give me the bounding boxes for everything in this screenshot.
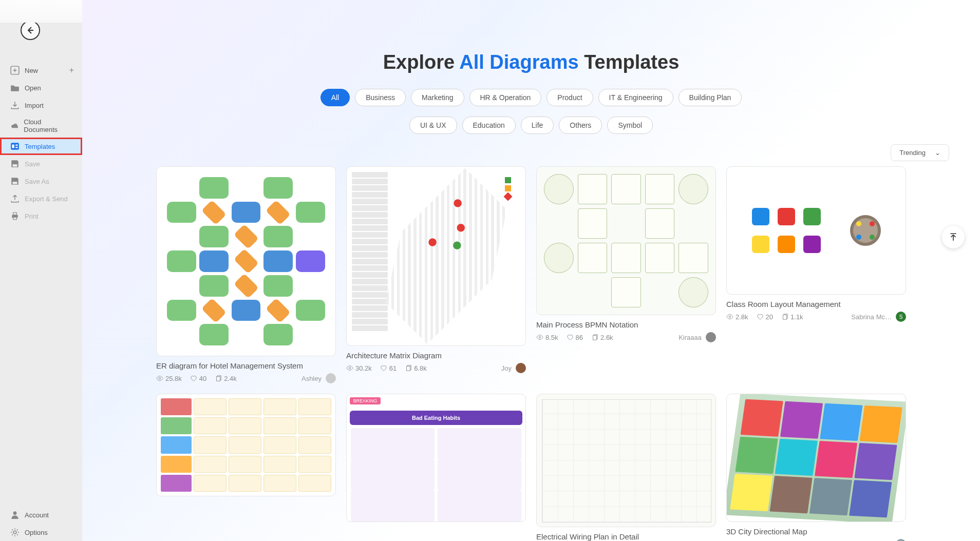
svg-point-26: [539, 336, 541, 338]
category-it[interactable]: IT & Engineering: [598, 89, 673, 106]
category-business[interactable]: Business: [355, 89, 406, 106]
category-building[interactable]: Building Plan: [679, 89, 742, 106]
sidebar-item-label: Templates: [25, 143, 55, 150]
card-thumbnail: [346, 166, 526, 346]
card-title: Main Process BPMN Notation: [536, 320, 716, 329]
svg-rect-8: [13, 212, 17, 215]
scroll-to-top-button[interactable]: [942, 226, 965, 248]
svg-point-28: [729, 316, 731, 318]
breaking-badge: BREAKING: [350, 397, 381, 404]
category-all[interactable]: All: [321, 89, 350, 106]
card-thumbnail: BREAKING Bad Eating Habits: [346, 394, 526, 522]
svg-rect-4: [15, 147, 18, 148]
template-card[interactable]: Main Process BPMN Notation 8.5k 86 2.6k …: [536, 166, 716, 383]
template-card[interactable]: Architecture Matrix Diagram 30.2k 61 6.8…: [346, 166, 526, 383]
sidebar-item-account[interactable]: Account: [0, 506, 82, 524]
svg-rect-6: [13, 182, 17, 184]
category-symbol[interactable]: Symbol: [607, 117, 653, 134]
card-meta: 3.7k 40 2.0k PEÑARAND…: [726, 539, 906, 541]
sidebar-item-save: Save: [0, 155, 82, 172]
arrow-up-icon: [949, 233, 958, 242]
svg-point-24: [349, 367, 351, 369]
card-meta: 8.5k 86 2.6k Kiraaaa: [536, 332, 716, 342]
plus-square-icon: [10, 66, 20, 75]
card-title: Architecture Matrix Diagram: [346, 351, 526, 360]
sidebar-item-label: Save As: [25, 178, 49, 185]
save-as-icon: [10, 177, 20, 186]
sidebar-item-export: Export & Send: [0, 190, 82, 207]
card-title: Class Room Layout Management: [726, 300, 906, 308]
card-title: Electrical Wiring Plan in Detail: [536, 532, 716, 541]
save-icon: [10, 159, 20, 168]
chevron-down-icon: ⌄: [935, 149, 940, 157]
svg-rect-3: [15, 145, 18, 146]
likes-stat: 40: [190, 375, 206, 382]
template-card[interactable]: 3D City Directional Map 3.7k 40 2.0k PEÑ…: [726, 394, 906, 541]
folder-icon: [10, 83, 20, 92]
back-button[interactable]: [21, 21, 40, 40]
card-thumbnail: [726, 166, 906, 295]
sidebar-item-new[interactable]: New +: [0, 62, 82, 79]
category-product[interactable]: Product: [546, 89, 593, 106]
card-thumbnail: [536, 166, 716, 315]
sidebar-item-label: Options: [25, 529, 48, 536]
author-avatar: [326, 373, 336, 383]
sidebar-item-saveas: Save As: [0, 172, 82, 190]
category-marketing[interactable]: Marketing: [411, 89, 464, 106]
template-card[interactable]: Electrical Wiring Plan in Detail 6.4k 57…: [536, 394, 716, 541]
svg-rect-27: [593, 336, 597, 340]
template-icon: [10, 142, 20, 151]
gear-icon: [10, 528, 20, 537]
template-card[interactable]: BREAKING Bad Eating Habits: [346, 394, 526, 541]
category-others[interactable]: Others: [559, 117, 602, 134]
category-tabs: All Business Marketing HR & Operation Pr…: [82, 89, 980, 106]
sort-label: Trending: [899, 149, 926, 157]
import-icon: [10, 101, 20, 110]
sidebar-item-label: Export & Send: [25, 195, 68, 203]
sidebar-item-cloud[interactable]: Cloud Documents: [0, 114, 82, 138]
sidebar-item-label: Account: [25, 511, 49, 519]
card-title: ER diagram for Hotel Management System: [156, 361, 336, 370]
account-icon: [10, 510, 20, 519]
add-icon[interactable]: +: [69, 66, 74, 75]
card-title: 3D City Directional Map: [726, 527, 906, 536]
category-uiux[interactable]: UI & UX: [409, 117, 457, 134]
sidebar: New + Open Import Cloud Documents Templa…: [0, 0, 82, 541]
sort-dropdown[interactable]: Trending ⌄: [891, 144, 949, 161]
sidebar-item-options[interactable]: Options: [0, 524, 82, 541]
sidebar-item-label: Cloud Documents: [24, 118, 72, 133]
card-meta: 2.8k 20 1.1k Sabrina Mc…S: [726, 312, 906, 322]
sidebar-item-templates[interactable]: Templates: [0, 138, 82, 155]
card-meta: 30.2k 61 6.8k Joy: [346, 363, 526, 373]
category-hr[interactable]: HR & Operation: [469, 89, 542, 106]
sidebar-item-import[interactable]: Import: [0, 96, 82, 114]
svg-rect-29: [783, 315, 787, 320]
views-stat: 25.8k: [156, 375, 182, 382]
svg-rect-23: [217, 377, 220, 381]
template-card[interactable]: [156, 394, 336, 541]
card-thumbnail: [156, 394, 336, 496]
category-education[interactable]: Education: [462, 117, 516, 134]
export-icon: [10, 194, 20, 203]
svg-point-11: [13, 531, 16, 534]
svg-point-22: [159, 377, 161, 379]
template-grid: ER diagram for Hotel Management System 2…: [82, 166, 980, 541]
card-thumbnail: [726, 394, 906, 522]
svg-rect-9: [13, 217, 17, 220]
sidebar-item-label: Open: [25, 84, 41, 92]
arrow-left-icon: [25, 25, 35, 35]
svg-point-10: [13, 511, 17, 515]
category-life[interactable]: Life: [521, 117, 554, 134]
sidebar-item-label: Print: [25, 212, 39, 220]
sidebar-item-open[interactable]: Open: [0, 79, 82, 96]
template-card[interactable]: ER diagram for Hotel Management System 2…: [156, 166, 336, 383]
sidebar-item-label: New: [25, 67, 38, 74]
svg-rect-25: [407, 366, 410, 371]
sidebar-item-label: Save: [25, 160, 40, 168]
template-card[interactable]: Class Room Layout Management 2.8k 20 1.1…: [726, 166, 906, 383]
infographic-title: Bad Eating Habits: [350, 411, 522, 425]
card-meta: 25.8k 40 2.4k Ashley: [156, 373, 336, 383]
sidebar-item-print: Print: [0, 207, 82, 225]
sidebar-item-label: Import: [25, 102, 44, 109]
svg-rect-2: [12, 145, 14, 148]
